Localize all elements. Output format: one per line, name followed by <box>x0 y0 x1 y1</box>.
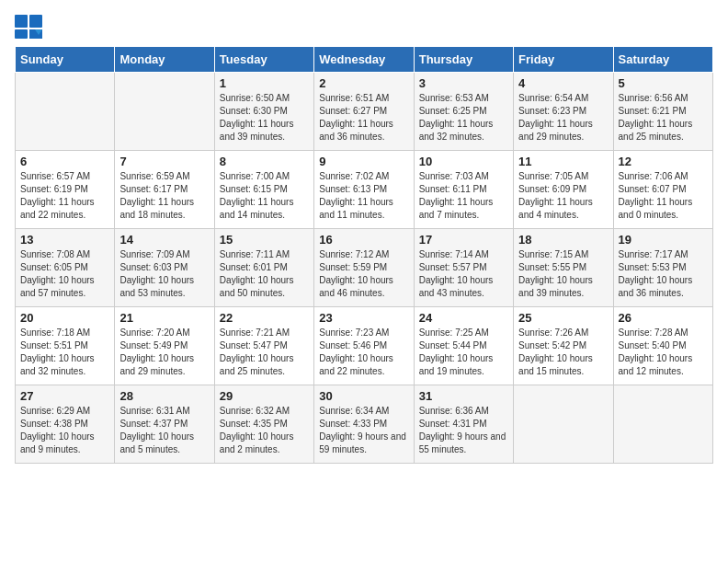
day-info: Sunrise: 7:12 AM Sunset: 5:59 PM Dayligh… <box>319 248 408 300</box>
day-number: 12 <box>619 155 708 168</box>
day-number: 22 <box>220 311 309 325</box>
day-info: Sunrise: 7:17 AM Sunset: 5:53 PM Dayligh… <box>619 248 708 300</box>
day-cell: 13Sunrise: 7:08 AM Sunset: 6:05 PM Dayli… <box>16 229 115 307</box>
day-info: Sunrise: 6:36 AM Sunset: 4:31 PM Dayligh… <box>419 405 508 456</box>
day-info: Sunrise: 6:56 AM Sunset: 6:21 PM Dayligh… <box>619 92 708 144</box>
day-info: Sunrise: 6:51 AM Sunset: 6:27 PM Dayligh… <box>319 92 408 144</box>
header <box>15 15 713 40</box>
day-cell: 10Sunrise: 7:03 AM Sunset: 6:11 PM Dayli… <box>414 151 513 229</box>
svg-rect-2 <box>15 29 28 39</box>
day-cell: 29Sunrise: 6:32 AM Sunset: 4:35 PM Dayli… <box>214 385 313 464</box>
day-number: 2 <box>319 76 408 90</box>
day-cell: 27Sunrise: 6:29 AM Sunset: 4:38 PM Dayli… <box>16 385 115 464</box>
day-cell: 3Sunrise: 6:53 AM Sunset: 6:25 PM Daylig… <box>414 73 513 151</box>
day-cell <box>613 385 712 464</box>
week-row-5: 27Sunrise: 6:29 AM Sunset: 4:38 PM Dayli… <box>16 385 713 464</box>
day-number: 11 <box>518 155 608 168</box>
day-info: Sunrise: 7:21 AM Sunset: 5:47 PM Dayligh… <box>220 327 309 378</box>
day-cell: 2Sunrise: 6:51 AM Sunset: 6:27 PM Daylig… <box>314 73 414 151</box>
day-info: Sunrise: 7:08 AM Sunset: 6:05 PM Dayligh… <box>20 248 109 300</box>
logo <box>15 15 48 40</box>
day-info: Sunrise: 6:29 AM Sunset: 4:38 PM Dayligh… <box>20 405 109 456</box>
day-number: 13 <box>20 233 109 247</box>
day-cell <box>514 385 613 464</box>
day-cell: 6Sunrise: 6:57 AM Sunset: 6:19 PM Daylig… <box>16 151 115 229</box>
day-info: Sunrise: 7:26 AM Sunset: 5:42 PM Dayligh… <box>518 327 608 378</box>
col-header-wednesday: Wednesday <box>314 47 414 73</box>
day-cell: 15Sunrise: 7:11 AM Sunset: 6:01 PM Dayli… <box>214 229 313 307</box>
calendar-table: SundayMondayTuesdayWednesdayThursdayFrid… <box>15 46 713 464</box>
day-cell <box>115 73 214 151</box>
day-info: Sunrise: 7:05 AM Sunset: 6:09 PM Dayligh… <box>518 170 608 222</box>
svg-rect-1 <box>29 15 42 28</box>
day-number: 26 <box>619 311 708 325</box>
day-number: 3 <box>419 76 508 90</box>
day-info: Sunrise: 7:09 AM Sunset: 6:03 PM Dayligh… <box>119 248 209 300</box>
day-info: Sunrise: 7:11 AM Sunset: 6:01 PM Dayligh… <box>220 248 309 300</box>
week-row-4: 20Sunrise: 7:18 AM Sunset: 5:51 PM Dayli… <box>16 307 713 385</box>
day-cell: 30Sunrise: 6:34 AM Sunset: 4:33 PM Dayli… <box>314 385 414 464</box>
day-cell: 8Sunrise: 7:00 AM Sunset: 6:15 PM Daylig… <box>214 151 313 229</box>
day-info: Sunrise: 7:02 AM Sunset: 6:13 PM Dayligh… <box>319 170 408 222</box>
day-info: Sunrise: 7:25 AM Sunset: 5:44 PM Dayligh… <box>419 327 508 378</box>
day-number: 20 <box>20 311 109 325</box>
day-number: 27 <box>20 389 109 403</box>
day-number: 16 <box>319 233 408 247</box>
day-cell: 11Sunrise: 7:05 AM Sunset: 6:09 PM Dayli… <box>514 151 613 229</box>
day-number: 18 <box>518 233 608 247</box>
day-cell: 17Sunrise: 7:14 AM Sunset: 5:57 PM Dayli… <box>414 229 513 307</box>
day-cell: 12Sunrise: 7:06 AM Sunset: 6:07 PM Dayli… <box>613 151 712 229</box>
day-cell: 23Sunrise: 7:23 AM Sunset: 5:46 PM Dayli… <box>314 307 414 385</box>
day-cell: 31Sunrise: 6:36 AM Sunset: 4:31 PM Dayli… <box>414 385 513 464</box>
day-number: 4 <box>518 76 608 90</box>
day-info: Sunrise: 7:15 AM Sunset: 5:55 PM Dayligh… <box>518 248 608 300</box>
day-number: 28 <box>119 389 209 403</box>
day-number: 31 <box>419 389 508 403</box>
week-row-2: 6Sunrise: 6:57 AM Sunset: 6:19 PM Daylig… <box>16 151 713 229</box>
week-row-1: 1Sunrise: 6:50 AM Sunset: 6:30 PM Daylig… <box>16 73 713 151</box>
day-cell: 26Sunrise: 7:28 AM Sunset: 5:40 PM Dayli… <box>613 307 712 385</box>
day-number: 24 <box>419 311 508 325</box>
day-info: Sunrise: 6:59 AM Sunset: 6:17 PM Dayligh… <box>119 170 209 222</box>
day-cell: 5Sunrise: 6:56 AM Sunset: 6:21 PM Daylig… <box>613 73 712 151</box>
day-number: 7 <box>119 155 209 168</box>
day-cell: 25Sunrise: 7:26 AM Sunset: 5:42 PM Dayli… <box>514 307 613 385</box>
svg-rect-0 <box>15 15 28 28</box>
day-number: 17 <box>419 233 508 247</box>
day-info: Sunrise: 7:03 AM Sunset: 6:11 PM Dayligh… <box>419 170 508 222</box>
day-info: Sunrise: 7:00 AM Sunset: 6:15 PM Dayligh… <box>220 170 309 222</box>
day-cell: 19Sunrise: 7:17 AM Sunset: 5:53 PM Dayli… <box>613 229 712 307</box>
day-info: Sunrise: 7:28 AM Sunset: 5:40 PM Dayligh… <box>619 327 708 378</box>
day-info: Sunrise: 7:14 AM Sunset: 5:57 PM Dayligh… <box>419 248 508 300</box>
day-number: 9 <box>319 155 408 168</box>
day-number: 8 <box>220 155 309 168</box>
header-row: SundayMondayTuesdayWednesdayThursdayFrid… <box>16 47 713 73</box>
day-info: Sunrise: 7:18 AM Sunset: 5:51 PM Dayligh… <box>20 327 109 378</box>
day-info: Sunrise: 6:34 AM Sunset: 4:33 PM Dayligh… <box>319 405 408 456</box>
day-info: Sunrise: 6:54 AM Sunset: 6:23 PM Dayligh… <box>518 92 608 144</box>
day-number: 14 <box>119 233 209 247</box>
day-number: 1 <box>220 76 309 90</box>
day-cell: 20Sunrise: 7:18 AM Sunset: 5:51 PM Dayli… <box>16 307 115 385</box>
day-cell: 28Sunrise: 6:31 AM Sunset: 4:37 PM Dayli… <box>115 385 214 464</box>
day-number: 5 <box>619 76 708 90</box>
logo-icon <box>15 15 44 40</box>
day-number: 19 <box>619 233 708 247</box>
day-cell: 16Sunrise: 7:12 AM Sunset: 5:59 PM Dayli… <box>314 229 414 307</box>
col-header-saturday: Saturday <box>613 47 712 73</box>
day-info: Sunrise: 6:53 AM Sunset: 6:25 PM Dayligh… <box>419 92 508 144</box>
day-cell: 9Sunrise: 7:02 AM Sunset: 6:13 PM Daylig… <box>314 151 414 229</box>
day-info: Sunrise: 6:32 AM Sunset: 4:35 PM Dayligh… <box>220 405 309 456</box>
col-header-sunday: Sunday <box>16 47 115 73</box>
day-info: Sunrise: 6:31 AM Sunset: 4:37 PM Dayligh… <box>119 405 209 456</box>
col-header-thursday: Thursday <box>414 47 513 73</box>
day-info: Sunrise: 6:50 AM Sunset: 6:30 PM Dayligh… <box>220 92 309 144</box>
day-cell: 1Sunrise: 6:50 AM Sunset: 6:30 PM Daylig… <box>214 73 313 151</box>
day-info: Sunrise: 7:20 AM Sunset: 5:49 PM Dayligh… <box>119 327 209 378</box>
day-cell: 22Sunrise: 7:21 AM Sunset: 5:47 PM Dayli… <box>214 307 313 385</box>
day-number: 25 <box>518 311 608 325</box>
day-number: 21 <box>119 311 209 325</box>
day-number: 30 <box>319 389 408 403</box>
day-cell: 7Sunrise: 6:59 AM Sunset: 6:17 PM Daylig… <box>115 151 214 229</box>
day-cell: 24Sunrise: 7:25 AM Sunset: 5:44 PM Dayli… <box>414 307 513 385</box>
